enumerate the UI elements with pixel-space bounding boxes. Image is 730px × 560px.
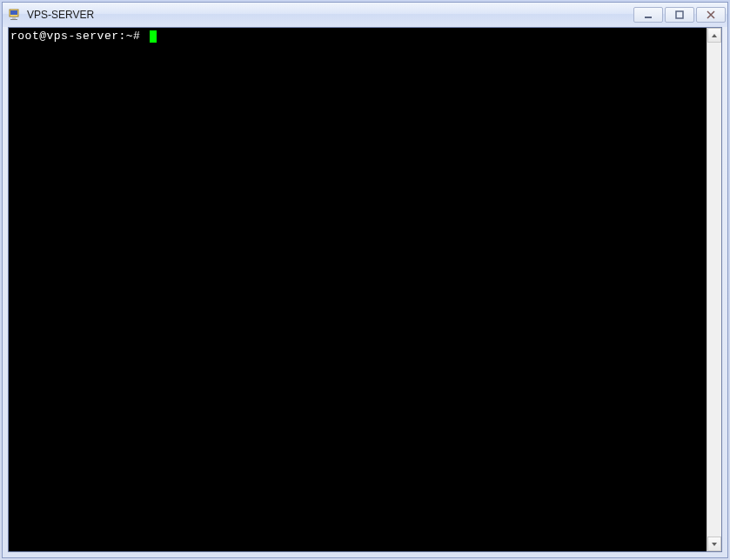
- vertical-scrollbar[interactable]: [707, 28, 721, 551]
- cursor: [150, 30, 157, 43]
- close-button[interactable]: [696, 7, 726, 23]
- minimize-button[interactable]: [633, 7, 663, 23]
- putty-window: VPS-SERVER root@vps-server:~#: [2, 2, 728, 558]
- putty-icon: [8, 8, 22, 22]
- svg-rect-4: [645, 17, 652, 18]
- scrollbar-track[interactable]: [707, 43, 721, 537]
- svg-rect-2: [12, 17, 16, 19]
- terminal-line: root@vps-server:~#: [10, 30, 705, 43]
- window-controls: [632, 7, 726, 23]
- maximize-button[interactable]: [665, 7, 694, 23]
- svg-rect-5: [676, 11, 683, 18]
- svg-rect-3: [10, 19, 17, 20]
- terminal[interactable]: root@vps-server:~#: [9, 28, 707, 551]
- scroll-up-button[interactable]: [707, 28, 721, 43]
- titlebar[interactable]: VPS-SERVER: [3, 3, 727, 27]
- window-title: VPS-SERVER: [27, 9, 632, 21]
- svg-rect-1: [10, 10, 17, 15]
- shell-prompt: root@vps-server:~#: [10, 30, 148, 43]
- scroll-down-button[interactable]: [707, 537, 721, 551]
- client-area: root@vps-server:~#: [8, 27, 722, 552]
